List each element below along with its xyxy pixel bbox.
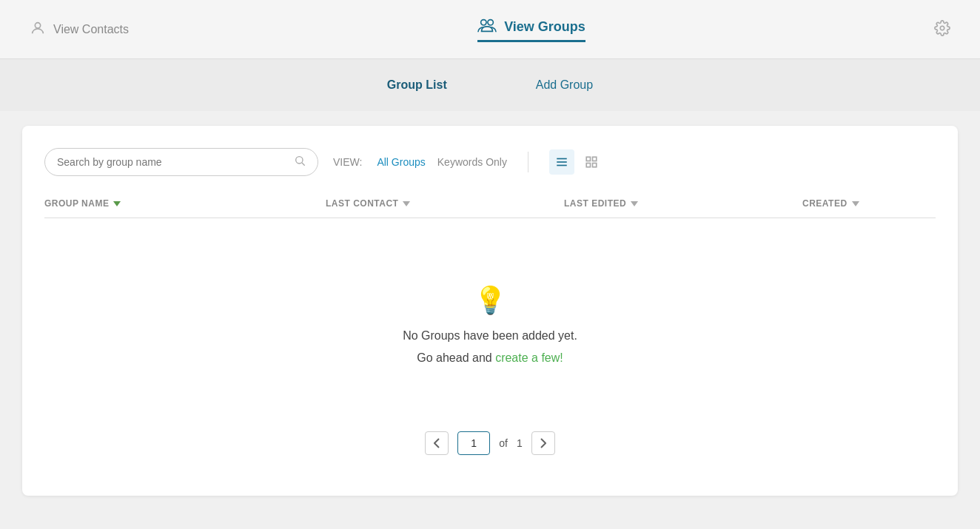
top-navigation: View Contacts View Groups: [0, 0, 980, 59]
sub-navigation: Group List Add Group: [0, 59, 980, 111]
lightbulb-icon: 💡: [474, 285, 507, 316]
svg-point-1: [481, 19, 486, 24]
search-icon: [294, 155, 306, 169]
view-groups-nav[interactable]: View Groups: [477, 17, 585, 42]
svg-point-3: [940, 26, 944, 30]
list-view-button[interactable]: [549, 149, 574, 175]
page-number-input[interactable]: [457, 431, 490, 455]
col-header-last-contact[interactable]: LAST CONTACT: [326, 198, 564, 209]
tab-group-list[interactable]: Group List: [343, 71, 491, 99]
svg-point-4: [296, 157, 303, 164]
all-groups-option[interactable]: All Groups: [377, 156, 425, 168]
view-contacts-label: View Contacts: [53, 23, 129, 36]
prev-page-button[interactable]: [425, 431, 449, 455]
col-header-group-name[interactable]: GROUP NAME: [44, 198, 326, 209]
search-box[interactable]: [44, 148, 318, 176]
toolbar-divider: [528, 152, 528, 172]
view-groups-label: View Groups: [504, 19, 585, 35]
sort-arrow-last-contact: [403, 201, 410, 206]
grid-view-button[interactable]: [579, 149, 604, 175]
person-icon: [30, 20, 46, 39]
empty-state: 💡 No Groups have been added yet. Go ahea…: [44, 226, 936, 409]
sort-arrow-last-edited: [631, 201, 638, 206]
settings-button[interactable]: [934, 20, 950, 39]
total-pages-label: 1: [517, 437, 523, 449]
page-of-label: of: [499, 437, 508, 449]
keywords-only-option[interactable]: Keywords Only: [437, 156, 507, 168]
main-content: VIEW: All Groups Keywords Only: [0, 111, 980, 511]
gear-icon: [934, 26, 950, 38]
empty-message: No Groups have been added yet.: [403, 329, 577, 343]
next-page-button[interactable]: [531, 431, 555, 455]
table-header: GROUP NAME LAST CONTACT LAST EDITED CREA…: [44, 198, 936, 218]
toolbar: VIEW: All Groups Keywords Only: [44, 148, 936, 176]
col-header-created[interactable]: CREATED: [802, 198, 936, 209]
svg-point-2: [488, 19, 493, 24]
sort-arrow-created: [852, 201, 859, 206]
view-options: All Groups Keywords Only: [377, 156, 507, 168]
search-input[interactable]: [57, 156, 286, 168]
groups-card: VIEW: All Groups Keywords Only: [22, 126, 958, 496]
svg-rect-9: [586, 157, 590, 161]
empty-sub-message: Go ahead and create a few!: [417, 351, 563, 365]
svg-line-5: [302, 163, 305, 166]
view-contacts-nav[interactable]: View Contacts: [30, 20, 129, 39]
pagination: of 1: [44, 409, 936, 455]
view-toggle: [549, 149, 604, 175]
svg-rect-11: [586, 164, 590, 167]
create-few-link[interactable]: create a few!: [495, 351, 563, 364]
col-header-last-edited[interactable]: LAST EDITED: [564, 198, 802, 209]
svg-rect-12: [592, 164, 596, 167]
tab-add-group[interactable]: Add Group: [491, 71, 637, 99]
sort-arrow-group-name: [113, 201, 121, 206]
view-label: VIEW:: [333, 156, 362, 168]
svg-rect-10: [592, 157, 596, 161]
people-icon: [477, 17, 497, 37]
svg-point-0: [35, 22, 40, 27]
